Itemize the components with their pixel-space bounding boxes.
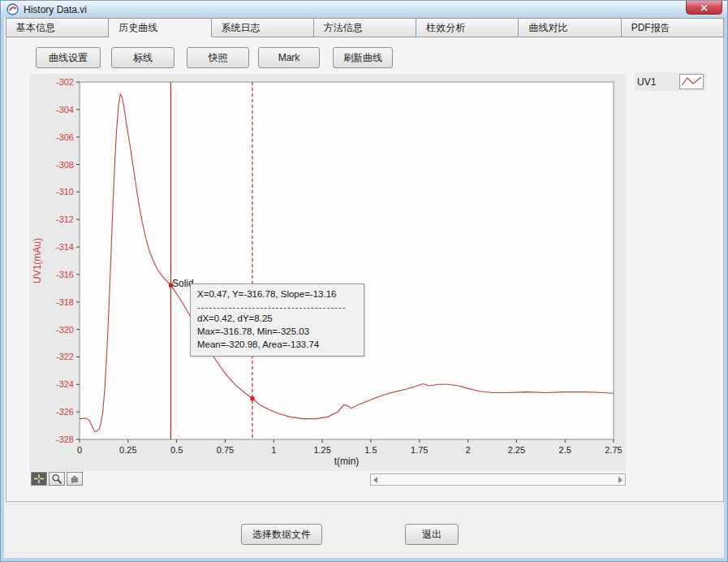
tab-method-info[interactable]: 方法信息 <box>314 18 416 37</box>
select-data-file-button[interactable]: 选择数据文件 <box>241 524 322 545</box>
refresh-curve-button[interactable]: 刷新曲线 <box>333 47 393 68</box>
scroll-left-icon[interactable] <box>373 477 377 483</box>
hand-icon <box>69 473 80 484</box>
svg-text:t(min): t(min) <box>334 456 360 467</box>
title-bar: History Data.vi <box>1 1 727 18</box>
tab-strip: 基本信息 历史曲线 系统日志 方法信息 柱效分析 曲线对比 PDF报告 <box>6 18 724 37</box>
chart-area: -302-304-306-308-310-312-314-316-318-320… <box>29 74 626 471</box>
svg-text:-324: -324 <box>56 379 74 389</box>
app-window: History Data.vi 基本信息 历史曲线 系统日志 方法信息 柱效分析… <box>0 0 728 562</box>
plot-legend: UV1 <box>635 72 706 91</box>
svg-text:-308: -308 <box>56 160 74 170</box>
scroll-right-icon[interactable] <box>618 477 622 483</box>
tooltip-line-xyslope: X=0.47, Y=-316.78, Slope=-13.16 <box>197 287 357 300</box>
svg-text:-320: -320 <box>56 325 74 335</box>
tab-pdf-report[interactable]: PDF报告 <box>622 18 724 37</box>
window-title: History Data.vi <box>24 4 87 15</box>
tab-history-curve[interactable]: 历史曲线 <box>109 18 211 37</box>
zigzag-line-icon <box>680 75 703 89</box>
cursor-tooltip[interactable]: X=0.47, Y=-316.78, Slope=-13.16 --------… <box>190 283 364 357</box>
tooltip-line-meanarea: Mean=-320.98, Area=-133.74 <box>197 338 357 351</box>
svg-text:-326: -326 <box>56 407 74 417</box>
svg-text:0.75: 0.75 <box>217 445 234 455</box>
tooltip-line-dxdy: dX=0.42, dY=8.25 <box>197 312 357 325</box>
svg-text:-314: -314 <box>56 242 74 252</box>
svg-text:2.25: 2.25 <box>508 445 525 455</box>
exit-button[interactable]: 退出 <box>405 524 459 545</box>
snapshot-button[interactable]: 快照 <box>187 47 249 68</box>
tab-system-log[interactable]: 系统日志 <box>212 18 314 37</box>
svg-text:2.5: 2.5 <box>559 445 571 455</box>
crosshair-tool-button[interactable] <box>31 472 47 486</box>
svg-text:-318: -318 <box>56 297 74 307</box>
svg-text:1.25: 1.25 <box>313 445 330 455</box>
zoom-tool-button[interactable] <box>49 472 65 486</box>
svg-text:UV1(mAu): UV1(mAu) <box>32 238 43 283</box>
svg-text:1: 1 <box>271 445 276 455</box>
svg-text:-304: -304 <box>56 105 74 115</box>
crosshair-icon <box>33 473 45 484</box>
svg-text:1.75: 1.75 <box>411 445 428 455</box>
mark-button[interactable]: Mark <box>258 47 320 68</box>
app-icon <box>6 3 19 15</box>
svg-text:2: 2 <box>465 445 470 455</box>
pan-tool-button[interactable] <box>67 472 83 486</box>
marker-line-button[interactable]: 标线 <box>111 47 174 68</box>
tooltip-separator: -------------------------------------- <box>197 300 357 312</box>
svg-text:-322: -322 <box>56 352 74 361</box>
legend-line-swatch[interactable] <box>679 74 704 89</box>
svg-text:-302: -302 <box>56 77 74 87</box>
tab-basic-info[interactable]: 基本信息 <box>6 18 109 37</box>
svg-text:-310: -310 <box>56 187 74 197</box>
chart-plot[interactable]: -302-304-306-308-310-312-314-316-318-320… <box>29 74 626 469</box>
svg-text:-316: -316 <box>56 270 74 279</box>
graph-palette <box>31 472 83 486</box>
close-button[interactable] <box>686 1 722 15</box>
curve-settings-button[interactable]: 曲线设置 <box>36 47 101 68</box>
svg-text:0.5: 0.5 <box>170 445 183 455</box>
svg-text:1.5: 1.5 <box>364 445 377 455</box>
legend-series-label: UV1 <box>637 76 656 88</box>
svg-text:-328: -328 <box>56 434 74 444</box>
close-icon <box>700 4 708 11</box>
svg-text:0.25: 0.25 <box>119 445 136 455</box>
horizontal-scrollbar[interactable] <box>370 473 626 486</box>
tooltip-line-maxmin: Max=-316.78, Min=-325.03 <box>197 325 357 338</box>
tab-curve-compare[interactable]: 曲线对比 <box>519 18 621 37</box>
magnifier-icon <box>51 473 62 484</box>
svg-text:2.75: 2.75 <box>605 445 622 455</box>
svg-text:0: 0 <box>77 445 82 455</box>
tab-column-efficiency[interactable]: 柱效分析 <box>416 18 519 37</box>
svg-text:-306: -306 <box>56 132 74 142</box>
svg-text:-312: -312 <box>56 214 74 224</box>
